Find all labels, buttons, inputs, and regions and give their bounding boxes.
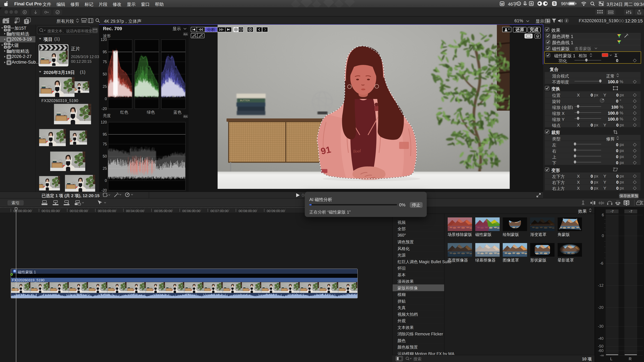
- svg-text:75: 75: [102, 142, 107, 146]
- svg-text:25: 25: [102, 166, 107, 171]
- svg-text:-20: -20: [102, 188, 107, 192]
- svg-text:120: 120: [101, 37, 107, 42]
- svg-text:绘制蒙版: 绘制蒙版: [503, 232, 519, 237]
- svg-text:蓝色: 蓝色: [174, 110, 182, 114]
- svg-text:95: 95: [102, 132, 107, 136]
- svg-text:渐变遮罩: 渐变遮罩: [530, 232, 546, 237]
- svg-text:75: 75: [102, 60, 107, 64]
- svg-text:图像遮罩: 图像遮罩: [503, 258, 519, 262]
- svg-text:亮度抠像器: 亮度抠像器: [448, 258, 468, 262]
- svg-text:红色: 红色: [120, 110, 128, 114]
- svg-text:绿幕抠像器: 绿幕抠像器: [475, 258, 496, 262]
- svg-text:50: 50: [102, 154, 107, 158]
- svg-text:形状蒙版: 形状蒙版: [530, 258, 546, 262]
- svg-text:-20: -20: [102, 107, 107, 111]
- svg-text:磁性蒙版: 磁性蒙版: [475, 232, 492, 237]
- svg-text:BUTTER: BUTTER: [240, 99, 250, 102]
- svg-text:50: 50: [102, 72, 107, 76]
- svg-text:120: 120: [101, 120, 107, 124]
- svg-text:角蒙版: 角蒙版: [558, 232, 570, 237]
- svg-text:T: T: [25, 19, 28, 24]
- svg-text:0: 0: [105, 178, 107, 183]
- svg-text:绿色: 绿色: [147, 110, 155, 114]
- svg-text:晕影遮罩: 晕影遮罩: [558, 258, 574, 262]
- svg-text:95: 95: [102, 50, 107, 54]
- svg-text:25: 25: [102, 84, 107, 89]
- svg-text:场景移除蒙版: 场景移除蒙版: [448, 232, 472, 237]
- svg-text:0: 0: [105, 97, 107, 101]
